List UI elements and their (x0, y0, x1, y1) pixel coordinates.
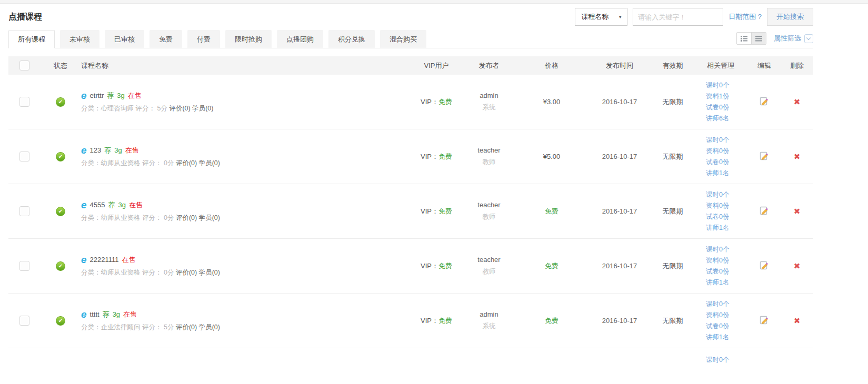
course-name[interactable]: ttttt (90, 310, 99, 318)
tab-1[interactable]: 未审核 (60, 30, 99, 48)
management-link[interactable]: 资料0份 (706, 201, 729, 210)
date-range-link[interactable]: 日期范围 ? (729, 12, 762, 22)
caret-down-icon: ▼ (618, 15, 622, 19)
tab-3[interactable]: 免费 (149, 30, 182, 48)
delete-button[interactable]: ✖ (794, 207, 801, 216)
management-links: 课时0个资料0份试卷0份讲师1名 (693, 190, 748, 233)
publisher-name: admin (462, 92, 516, 99)
edit-icon (760, 315, 769, 325)
course-subtitle: 分类：幼师从业资格 评分： 0分 评价(0) 学员(0) (81, 159, 411, 168)
management-link[interactable]: 资料0份 (706, 147, 729, 156)
management-link[interactable]: 讲师1名 (706, 333, 729, 342)
tab-8[interactable]: 混合购买 (380, 30, 426, 48)
row-checkbox[interactable] (19, 316, 29, 326)
tab-0[interactable]: 所有课程 (8, 30, 55, 48)
delete-button[interactable]: ✖ (794, 97, 801, 106)
table-row[interactable]: 课时0个 (8, 348, 813, 384)
price-value: 免费 (545, 207, 558, 215)
course-category: 分类：企业法律顾问 评分： 5分 (81, 324, 176, 331)
management-link[interactable]: 讲师1名 (706, 224, 729, 233)
tab-2[interactable]: 已审核 (105, 30, 144, 48)
course-stats: 评价(0) 学员(0) (176, 269, 220, 276)
course-tag: 荐 (107, 91, 114, 100)
course-title-line: e4555荐3g在售 (81, 200, 411, 210)
column-header-2: VIP用户 (411, 61, 462, 70)
management-link[interactable]: 课时0个 (706, 81, 729, 90)
course-tag: 3g (117, 92, 124, 99)
management-link[interactable]: 课时0个 (706, 356, 729, 365)
table-row[interactable]: ✔e4555荐3g在售分类：幼师从业资格 评分： 0分 评价(0) 学员(0)V… (8, 184, 813, 239)
sale-status: 在售 (125, 146, 139, 155)
course-category: 分类：幼师从业资格 评分： 0分 (81, 214, 176, 221)
delete-button[interactable]: ✖ (794, 152, 801, 161)
delete-button[interactable]: ✖ (794, 316, 801, 325)
tab-6[interactable]: 点播团购 (277, 30, 323, 48)
management-link[interactable]: 试卷0份 (706, 103, 729, 112)
publish-date: 2016-10-17 (602, 98, 637, 106)
attribute-filter-link[interactable]: 属性筛选 (774, 34, 813, 43)
management-link[interactable]: 讲师6名 (706, 114, 729, 123)
card-view-button[interactable] (737, 33, 751, 44)
vip-value: 免费 (438, 317, 452, 325)
management-link[interactable]: 课时0个 (706, 190, 729, 199)
management-link[interactable]: 课时0个 (706, 300, 729, 309)
course-name[interactable]: 4555 (90, 201, 105, 209)
management-link[interactable]: 资料1份 (706, 92, 729, 101)
management-link[interactable]: 课时0个 (706, 245, 729, 254)
management-link[interactable]: 资料0份 (706, 256, 729, 265)
publisher-role: 教师 (462, 213, 516, 221)
tabs-row: 所有课程未审核已审核免费付费限时抢购点播团购积分兑换混合购买 属性筛 (8, 30, 813, 48)
management-link[interactable]: 试卷0份 (706, 213, 729, 221)
edit-icon (760, 151, 769, 161)
row-checkbox[interactable] (19, 206, 29, 216)
management-link[interactable]: 试卷0份 (706, 267, 729, 276)
management-link[interactable]: 讲师1名 (706, 278, 729, 287)
management-links: 课时0个资料0份试卷0份讲师1名 (693, 136, 748, 178)
tab-4[interactable]: 付费 (187, 30, 220, 48)
edit-button[interactable] (760, 260, 769, 270)
course-name[interactable]: 123 (90, 146, 102, 154)
list-view-button[interactable] (751, 33, 766, 44)
edit-button[interactable] (760, 315, 769, 325)
row-checkbox[interactable] (19, 261, 29, 271)
delete-button[interactable]: ✖ (794, 261, 801, 270)
column-header-1: 课程名称 (81, 61, 411, 70)
keyword-input[interactable] (633, 8, 723, 26)
vip-label: VIP： (421, 153, 438, 160)
table-row[interactable]: ✔ettttt荐3g在售分类：企业法律顾问 评分： 5分 评价(0) 学员(0)… (8, 294, 813, 348)
course-name[interactable]: 22221111 (90, 256, 119, 264)
table-row[interactable]: ✔eetrttr荐3g在售分类：心理咨询师 评分： 5分 评价(0) 学员(0)… (8, 75, 813, 129)
row-checkbox[interactable] (19, 97, 29, 107)
management-link[interactable]: 试卷0份 (706, 158, 729, 167)
header-checkbox-cell (8, 60, 40, 70)
table-row[interactable]: ✔e22221111在售分类：幼师从业资格 评分： 0分 评价(0) 学员(0)… (8, 239, 813, 294)
course-title-line: e22221111在售 (81, 255, 411, 265)
select-all-checkbox[interactable] (19, 60, 29, 70)
search-button[interactable]: 开始搜索 (767, 8, 813, 26)
publisher-name: teacher (462, 256, 516, 264)
column-header-0: 状态 (40, 61, 81, 70)
edit-icon (760, 96, 769, 106)
publisher-role: 教师 (462, 158, 516, 167)
edit-button[interactable] (760, 206, 769, 216)
management-link[interactable]: 讲师1名 (706, 169, 729, 178)
table-row[interactable]: ✔e123荐3g在售分类：幼师从业资格 评分： 0分 评价(0) 学员(0)VI… (8, 129, 813, 184)
page-title: 点播课程 (8, 12, 42, 23)
management-link[interactable]: 资料0份 (706, 311, 729, 320)
tab-7[interactable]: 积分兑换 (328, 30, 375, 48)
row-checkbox[interactable] (19, 151, 29, 161)
course-name[interactable]: etrttr (90, 92, 104, 99)
publish-date: 2016-10-17 (602, 207, 637, 215)
publisher-role: 教师 (462, 267, 516, 276)
edit-button[interactable] (760, 96, 769, 106)
price-value: ¥3.00 (543, 98, 561, 106)
search-category-select[interactable]: 课程名称 ▼ (575, 8, 627, 26)
management-link[interactable]: 试卷0份 (706, 322, 729, 331)
tab-5[interactable]: 限时抢购 (225, 30, 272, 48)
course-subtitle: 分类：幼师从业资格 评分： 0分 评价(0) 学员(0) (81, 214, 411, 223)
edit-button[interactable] (760, 151, 769, 161)
publisher-role: 系统 (462, 322, 516, 331)
column-header-6: 有效期 (652, 61, 693, 70)
management-link[interactable]: 课时0个 (706, 136, 729, 145)
attribute-filter-label: 属性筛选 (774, 34, 801, 43)
